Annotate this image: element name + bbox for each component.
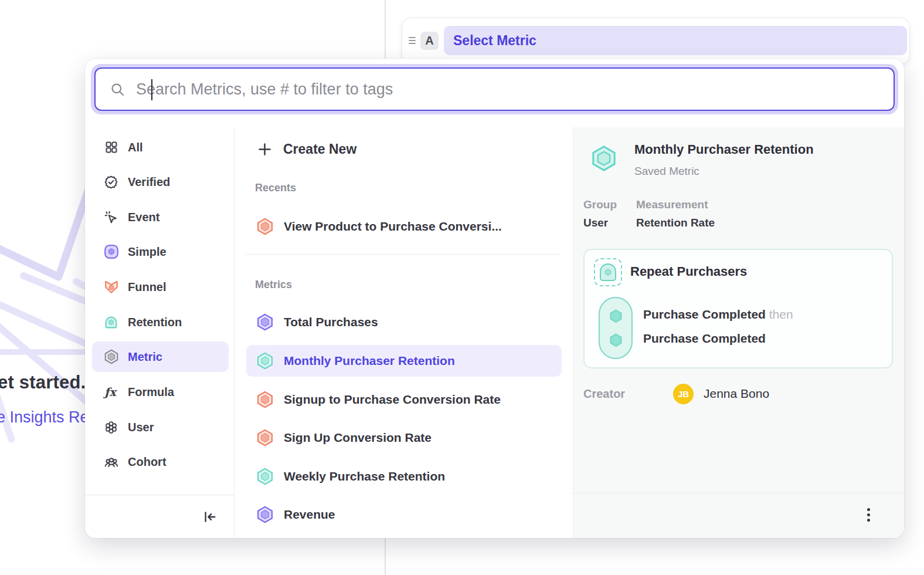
sidebar-footer [85,495,234,538]
funnel-metric-hexagon-icon [256,391,274,408]
grid-icon [103,140,119,155]
search-focus-ring [91,64,898,114]
svg-text:ƒx: ƒx [103,385,117,399]
event-cursor-icon [103,209,119,225]
creator-name: Jenna Bono [704,387,769,401]
funnel-icon [103,279,119,295]
collapse-sidebar-button[interactable] [201,509,218,525]
search-input[interactable] [136,80,894,99]
sidebar-item-all[interactable]: All [92,132,229,163]
metric-list-panel: Create New Recents View Product to Purch… [235,127,573,538]
retention-arch-icon [103,314,119,330]
series-letter-badge[interactable]: A [420,32,439,50]
retention-metric-hexagon-icon [256,352,274,370]
plus-icon [257,141,273,157]
search-icon [110,82,125,97]
sidebar-item-cohort[interactable]: Cohort [92,447,229,477]
select-metric-label: Select Metric [453,33,536,49]
simple-metric-icon [103,244,119,260]
metrics-section-label: Metrics [255,279,292,291]
step-connector: then [769,307,793,321]
verified-badge-icon [103,174,119,190]
list-item-monthly-purchaser-retention[interactable]: Monthly Purchaser Retention [246,345,562,377]
formula-icon: ƒx [103,384,119,400]
funnel-metric-hexagon-icon [256,218,274,235]
select-metric-button[interactable]: Select Metric [444,26,907,55]
user-cluster-icon [103,420,119,435]
retention-definition-icon [594,258,622,286]
metric-hexagon-icon [103,349,119,365]
retention-steps-capsule [599,297,633,359]
list-divider [245,254,561,255]
list-item-revenue[interactable]: Revenue [246,499,562,530]
funnel-metric-hexagon-icon [256,429,274,447]
list-item-total-purchases[interactable]: Total Purchases [246,306,562,338]
sidebar-item-verified[interactable]: Verified [92,167,229,197]
sidebar-item-formula[interactable]: ƒx Formula [92,377,229,407]
search-field[interactable] [94,67,895,111]
group-label: Group [583,198,617,211]
recent-item[interactable]: View Product to Purchase Conversi... [246,211,562,242]
sidebar-item-retention[interactable]: Retention [92,307,229,337]
background-partial-heading: et started. [0,372,86,393]
creator-label: Creator [583,387,625,401]
retention-metric-hexagon-icon-large [590,145,617,172]
measurement-label: Measurement [636,198,708,211]
list-item-signup-to-purchase[interactable]: Signup to Purchase Conversion Rate [246,384,562,415]
creator-avatar: JB [673,384,694,404]
definition-name: Repeat Purchasers [630,264,747,279]
metric-details-panel: Monthly Purchaser Retention Saved Metric… [573,127,904,538]
metric-row-card: A Select Metric [402,18,910,65]
cohort-people-icon [103,454,119,470]
app-root: et started. e Insights Re A Select Metri… [0,0,924,575]
simple-metric-hexagon-icon [256,506,274,523]
list-item-signup-conversion[interactable]: Sign Up Conversion Rate [246,422,562,454]
filter-sidebar: All Verified [85,127,235,538]
metric-definition-card: Repeat Purchasers Purchase Completed the… [583,249,893,368]
definition-step-1: Purchase Completed then [643,307,793,322]
metric-picker-modal: All Verified [85,59,904,538]
step-hexagon-icon [608,308,624,324]
step-hexagon-icon [608,332,624,348]
recents-section-label: Recents [255,182,296,194]
details-title: Monthly Purchaser Retention [634,142,814,157]
more-options-button[interactable] [860,506,877,523]
list-item-weekly-purchase-retention[interactable]: Weekly Purchase Retention [246,461,562,492]
retention-metric-hexagon-icon [256,468,274,485]
sidebar-item-event[interactable]: Event [92,202,229,232]
sidebar-item-user[interactable]: User [92,412,229,442]
create-new-button[interactable]: Create New [257,137,356,161]
details-subtitle: Saved Metric [634,165,699,178]
simple-metric-hexagon-icon [256,313,274,331]
group-value: User [583,217,608,229]
drag-handle-icon[interactable] [407,37,417,44]
background-insights-link[interactable]: e Insights Re [0,408,89,427]
details-footer-divider [573,493,904,493]
text-caret [151,79,152,100]
sidebar-item-metric[interactable]: Metric [92,341,229,372]
sidebar-item-funnel[interactable]: Funnel [92,272,229,302]
sidebar-item-simple[interactable]: Simple [92,236,229,267]
definition-step-2: Purchase Completed [643,332,766,346]
measurement-value: Retention Rate [636,217,715,229]
